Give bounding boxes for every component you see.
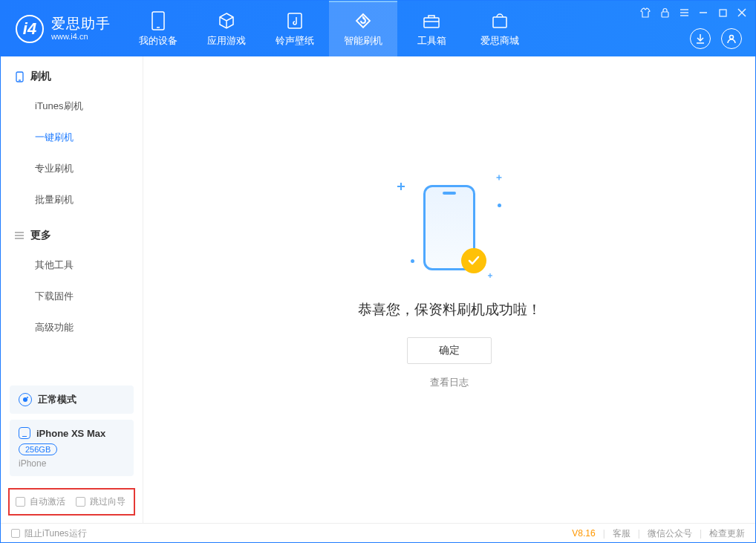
sidebar-item-other-tools[interactable]: 其他工具: [1, 250, 143, 281]
version-label: V8.16: [572, 528, 595, 539]
phone-icon: [14, 71, 25, 82]
close-button[interactable]: [736, 7, 748, 19]
device-capacity: 256GB: [19, 443, 57, 455]
svg-rect-11: [720, 10, 726, 16]
checkbox-auto-activate[interactable]: 自动激活: [16, 495, 65, 508]
window-controls: [639, 7, 748, 19]
spark-icon: [488, 273, 492, 278]
minimize-button[interactable]: [697, 7, 709, 19]
footer-link-check-update[interactable]: 检查更新: [709, 527, 745, 540]
spark-icon: [497, 175, 502, 181]
footer: 阻止iTunes运行 V8.16 | 客服 | 微信公众号 | 检查更新: [1, 523, 755, 543]
success-message: 恭喜您，保资料刷机成功啦！: [358, 300, 541, 319]
view-log-link[interactable]: 查看日志: [430, 376, 469, 389]
lock-icon[interactable]: [659, 7, 671, 19]
checkbox-label: 跳过向导: [90, 495, 126, 508]
maximize-button[interactable]: [717, 7, 729, 19]
sidebar-item-batch-flash[interactable]: 批量刷机: [1, 184, 143, 215]
checkbox-icon: [76, 497, 85, 507]
ok-button[interactable]: 确定: [407, 337, 492, 364]
nav-label: 铃声壁纸: [276, 34, 314, 48]
sidebar-item-advanced[interactable]: 高级功能: [1, 312, 143, 343]
checkbox-label: 阻止iTunes运行: [25, 527, 87, 540]
main-content: 恭喜您，保资料刷机成功啦！ 确定 查看日志: [143, 56, 755, 523]
logo-text: 爱思助手 www.i4.cn: [51, 16, 111, 41]
app-name-cn: 爱思助手: [51, 16, 111, 32]
music-icon: [286, 12, 304, 30]
nav-my-device[interactable]: 我的设备: [124, 1, 192, 56]
dot-icon: [498, 204, 501, 207]
mode-label: 正常模式: [38, 393, 76, 406]
device-card[interactable]: iPhone XS Max 256GB iPhone: [10, 420, 134, 476]
toolbox-icon: [423, 12, 440, 30]
device-type: iPhone: [19, 458, 125, 469]
svg-rect-3: [424, 18, 439, 27]
sidebar-item-itunes-flash[interactable]: iTunes刷机: [1, 91, 143, 122]
svg-rect-5: [493, 17, 506, 27]
download-icon[interactable]: [690, 28, 711, 49]
nav-label: 应用游戏: [207, 34, 246, 48]
user-icon[interactable]: [721, 28, 742, 49]
header-right-icons: [690, 28, 742, 49]
success-illustration: [390, 168, 509, 287]
nav-label: 爱思商城: [480, 34, 519, 48]
menu-lines-icon: [14, 230, 25, 241]
nav-apps-games[interactable]: 应用游戏: [192, 1, 261, 56]
svg-rect-6: [662, 12, 668, 17]
svg-rect-2: [288, 13, 302, 28]
nav-toolbox[interactable]: 工具箱: [397, 1, 466, 56]
success-check-icon: [461, 248, 486, 273]
menu-icon[interactable]: [678, 7, 690, 19]
device-small-icon: [19, 427, 30, 439]
checkbox-icon: [16, 497, 25, 507]
checkbox-block-itunes[interactable]: 阻止iTunes运行: [11, 527, 87, 540]
mode-indicator[interactable]: 正常模式: [10, 386, 134, 414]
flash-options-highlighted: 自动激活 跳过向导: [8, 488, 135, 516]
checkbox-icon: [11, 529, 20, 538]
nav-store[interactable]: 爱思商城: [466, 1, 534, 56]
nav-label: 工具箱: [417, 34, 446, 48]
nav-ringtone-wallpaper[interactable]: 铃声壁纸: [261, 1, 329, 56]
spark-icon: [397, 183, 405, 190]
section-title-label: 更多: [30, 229, 51, 242]
shirt-icon[interactable]: [639, 7, 651, 19]
footer-link-wechat[interactable]: 微信公众号: [648, 527, 692, 540]
sidebar-item-oneclick-flash[interactable]: 一键刷机: [1, 122, 143, 153]
dot-icon: [411, 259, 414, 263]
device-name: iPhone XS Max: [36, 428, 105, 439]
nav-label: 我的设备: [139, 34, 177, 48]
store-icon: [491, 12, 509, 30]
sidebar-section-flash: 刷机: [1, 56, 143, 91]
sidebar-item-pro-flash[interactable]: 专业刷机: [1, 153, 143, 184]
top-nav: 我的设备 应用游戏 铃声壁纸 智能刷机 工具箱 爱思商城: [124, 1, 534, 56]
nav-smart-flash[interactable]: 智能刷机: [329, 1, 397, 56]
section-title-label: 刷机: [30, 70, 51, 83]
sidebar-item-download-firmware[interactable]: 下载固件: [1, 281, 143, 312]
cube-icon: [218, 12, 235, 30]
logo-icon: i4: [16, 15, 44, 43]
checkbox-label: 自动激活: [30, 495, 65, 508]
sidebar-section-more: 更多: [1, 215, 143, 250]
mode-icon: [19, 393, 32, 406]
footer-link-support[interactable]: 客服: [613, 527, 630, 540]
checkbox-skip-guide[interactable]: 跳过向导: [76, 495, 126, 508]
sidebar: 刷机 iTunes刷机 一键刷机 专业刷机 批量刷机 更多 其他工具 下载固件 …: [1, 56, 143, 523]
refresh-icon: [354, 12, 372, 30]
app-name-en: www.i4.cn: [51, 32, 111, 41]
nav-label: 智能刷机: [344, 34, 382, 48]
app-logo[interactable]: i4 爱思助手 www.i4.cn: [1, 15, 124, 43]
header: i4 爱思助手 www.i4.cn 我的设备 应用游戏 铃声壁纸 智能刷机 工具…: [1, 1, 755, 56]
svg-point-16: [730, 36, 734, 39]
device-icon: [149, 12, 167, 30]
